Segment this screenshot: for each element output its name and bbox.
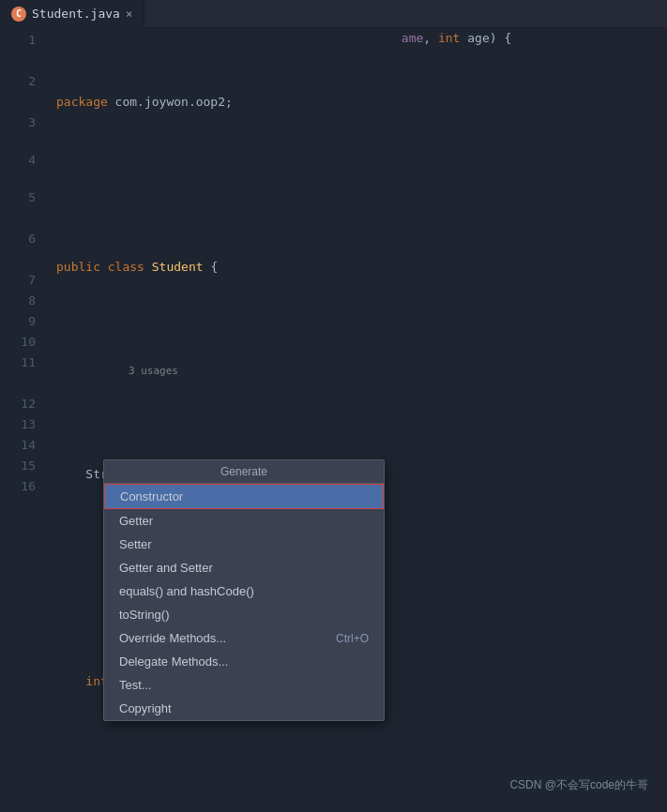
menu-item-equals-hashcode-label: equals() and hashCode() xyxy=(119,584,254,598)
menu-item-constructor[interactable]: Constructor xyxy=(104,484,384,509)
menu-item-tostring[interactable]: toString() xyxy=(104,603,384,626)
watermark-text: CSDN @不会写code的牛哥 xyxy=(509,778,648,791)
menu-item-getter-setter[interactable]: Getter and Setter xyxy=(104,556,384,579)
menu-item-getter-label: Getter xyxy=(119,514,153,528)
menu-item-setter[interactable]: Setter xyxy=(104,533,384,556)
menu-item-delegate-label: Delegate Methods... xyxy=(119,654,228,669)
menu-item-equals-hashcode[interactable]: equals() and hashCode() xyxy=(104,579,384,603)
menu-item-override-label: Override Methods... xyxy=(119,631,226,645)
menu-item-constructor-label: Constructor xyxy=(120,489,183,504)
menu-item-test[interactable]: Test... xyxy=(104,673,384,697)
menu-item-test-label: Test... xyxy=(119,678,152,692)
menu-item-copyright[interactable]: Copyright xyxy=(104,697,384,720)
code-line-1: package com.joywon.oop2; xyxy=(56,92,667,113)
context-menu-header: Generate xyxy=(104,460,384,484)
file-type-icon: C xyxy=(11,7,26,22)
file-tab[interactable]: C Student.java × xyxy=(0,0,144,28)
menu-item-setter-label: Setter xyxy=(119,537,152,551)
hint-usages-1: 3 usages xyxy=(56,339,667,402)
code-line-12-suffix: ame, int age) { xyxy=(394,28,511,49)
context-menu: Generate Constructor Getter Setter Gette… xyxy=(103,459,385,721)
menu-item-override-methods[interactable]: Override Methods... Ctrl+O xyxy=(104,626,384,650)
tab-close-button[interactable]: × xyxy=(126,8,132,21)
editor-area: 1 2 3 4 5 6 7 8 9 10 11 12 13 14 15 16 p… xyxy=(0,28,667,812)
tab-filename: Student.java xyxy=(32,7,120,21)
code-line-3: public class Student { xyxy=(56,257,667,278)
menu-item-override-shortcut: Ctrl+O xyxy=(336,632,369,645)
menu-item-tostring-label: toString() xyxy=(119,608,169,622)
tab-bar: C Student.java × xyxy=(0,0,667,28)
code-line-6 xyxy=(56,754,667,774)
menu-item-getter[interactable]: Getter xyxy=(104,509,384,533)
menu-item-getter-setter-label: Getter and Setter xyxy=(119,561,213,575)
menu-item-copyright-label: Copyright xyxy=(119,701,172,715)
line-numbers: 1 2 3 4 5 6 7 8 9 10 11 12 13 14 15 16 xyxy=(0,28,47,812)
watermark: CSDN @不会写code的牛哥 xyxy=(509,777,648,793)
menu-item-delegate-methods[interactable]: Delegate Methods... xyxy=(104,650,384,673)
code-line-2 xyxy=(56,174,667,195)
